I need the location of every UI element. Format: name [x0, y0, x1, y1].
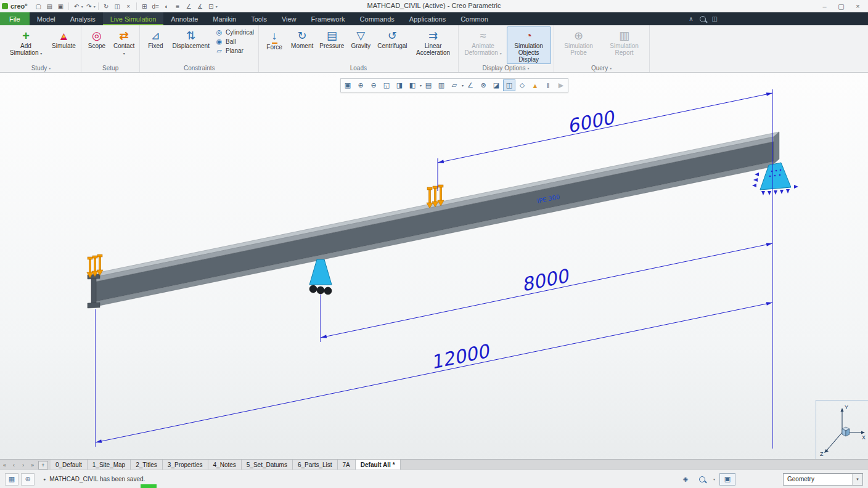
close-button[interactable]: × [850, 1, 866, 12]
last-sheet-button[interactable]: » [28, 460, 37, 470]
simulation-probe-button[interactable]: ⊕ Simulation Probe [557, 26, 601, 57]
simulation-report-button[interactable]: ▥ Simulation Report [602, 26, 647, 57]
zoom-in-icon[interactable]: ⊕ [354, 79, 367, 91]
beam-right-end-cap[interactable] [774, 132, 779, 164]
maximize-button[interactable]: ▢ [833, 1, 850, 12]
sheet-tab-6-parts-list[interactable]: 6_Parts_List [293, 460, 338, 470]
scope-button[interactable]: ◎ Scope [84, 26, 110, 51]
dimension-icon[interactable]: d= [150, 1, 161, 11]
tab-annotate[interactable]: Annotate [163, 12, 205, 25]
tab-file[interactable]: File [0, 12, 30, 25]
tab-manikin[interactable]: Manikin [205, 12, 244, 25]
pause-icon[interactable]: ‖ [542, 79, 554, 91]
sheet-tab-5-set-datums[interactable]: 5_Set_Datums [242, 460, 293, 470]
selection-buffer-icon[interactable]: ◈ [679, 474, 692, 485]
tab-common[interactable]: Common [453, 12, 496, 25]
repaint-icon[interactable]: ◨ [393, 79, 406, 91]
zoom-out-icon[interactable]: ⊖ [367, 79, 380, 91]
undo-dropdown-caret[interactable]: ▾ [81, 4, 83, 9]
contact-button[interactable]: ⇄ Contact▾ [111, 26, 137, 59]
tab-analysis[interactable]: Analysis [63, 12, 103, 25]
close-window-icon[interactable]: × [123, 1, 134, 11]
sheet-tab-3-properties[interactable]: 3_Properties [163, 460, 208, 470]
measure-icon[interactable]: ∡ [195, 1, 205, 11]
simulate-button[interactable]: ▲▲ Simulate [49, 26, 78, 51]
datum-display-filters-icon[interactable]: ▱ [448, 79, 461, 91]
dimension-text-12000[interactable]: 12000 [429, 340, 493, 373]
pressure-button[interactable]: ▤ Pressure [317, 26, 346, 51]
beam-web-face[interactable] [94, 142, 774, 302]
model-viewport[interactable]: IPE 300 [0, 73, 868, 459]
load-midspan[interactable] [427, 185, 444, 208]
group-label-query[interactable]: Query▾ [557, 63, 647, 72]
planar-button[interactable]: ▱ Planar [213, 46, 256, 55]
new-file-icon[interactable]: ▢ [33, 1, 44, 11]
tab-commands[interactable]: Commands [353, 12, 402, 25]
window-display-icon[interactable]: ▣ [719, 473, 735, 486]
dimension-labels[interactable]: 6000 8000 12000 [429, 106, 618, 373]
display-style-icon[interactable]: ◧ [406, 79, 419, 91]
datum-display-caret[interactable]: ▾ [462, 83, 464, 87]
add-sheet-button[interactable]: + [38, 461, 48, 470]
sketch-icon[interactable]: ∠ [184, 1, 194, 11]
cylindrical-button[interactable]: ◎ Cylindrical [213, 28, 256, 36]
dimension-text-6000[interactable]: 6000 [565, 106, 618, 137]
save-icon[interactable]: ▣ [55, 1, 66, 11]
screenshot-icon[interactable]: ⊡ [206, 1, 216, 11]
display-settings-icon[interactable]: ◫ [712, 15, 718, 22]
find-caret[interactable]: ▾ [713, 477, 715, 481]
previous-sheet-button[interactable]: ‹ [9, 460, 18, 470]
beam-left-end-bottom-flange[interactable] [88, 303, 100, 308]
force-button[interactable]: ↓ Force [261, 26, 287, 52]
simulate-preview-icon[interactable]: ▲ [529, 79, 541, 91]
redo-dropdown-caret[interactable]: ▾ [94, 4, 96, 9]
first-sheet-button[interactable]: « [0, 460, 9, 470]
add-simulation-button[interactable]: + Add Simulation ▾ [4, 26, 48, 59]
fixed-button[interactable]: ⊿ Fixed [142, 26, 168, 51]
clipping-icon[interactable]: ◪ [490, 79, 502, 91]
ball-button[interactable]: ◉ Ball [213, 37, 256, 46]
beam-top-flange-edge[interactable] [94, 137, 774, 282]
display-style-caret[interactable]: ▾ [420, 83, 422, 87]
beam-left-end-web[interactable] [91, 279, 96, 304]
gravity-button[interactable]: ▽ Gravity [348, 26, 374, 51]
sheet-tab-1-site-map[interactable]: 1_Site_Map [88, 460, 131, 470]
find-icon[interactable] [696, 474, 708, 485]
perspective-icon[interactable]: ◇ [516, 79, 528, 91]
sheet-tab-2-titles[interactable]: 2_Titles [131, 460, 163, 470]
tab-model[interactable]: Model [30, 12, 63, 25]
sheet-tab-7a[interactable]: 7A [338, 460, 356, 470]
centrifugal-button[interactable]: ↺ Centrifugal [375, 26, 409, 51]
appearance-icon[interactable]: ◐ [162, 1, 172, 11]
layers-icon[interactable]: ≡ [173, 1, 183, 11]
next-sheet-button[interactable]: › [18, 460, 28, 470]
animate-deformation-button[interactable]: ≈ Animate Deformation ▾ [461, 26, 506, 59]
regenerate-icon[interactable]: ↻ [101, 1, 112, 11]
search-icon[interactable] [700, 16, 706, 22]
browser-toggle-icon[interactable]: ⊕ [21, 473, 35, 486]
minimize-ribbon-icon[interactable]: ∧ [689, 15, 693, 22]
open-file-icon[interactable]: ▤ [44, 1, 55, 11]
saved-orientations-icon[interactable]: ▤ [422, 79, 435, 91]
tab-view[interactable]: View [274, 12, 304, 25]
sheet-tab-default-all[interactable]: Default All * [356, 460, 401, 470]
linear-acceleration-button[interactable]: ⇉ Linear Acceleration [411, 26, 456, 57]
zoom-window-icon[interactable]: ▣ [342, 79, 354, 91]
group-label-study[interactable]: Study▾ [4, 63, 78, 72]
selection-filter-dropdown[interactable]: Geometry ▾ [783, 473, 863, 486]
windows-icon[interactable]: ◫ [112, 1, 123, 11]
simulation-display-icon[interactable]: ◫ [503, 79, 515, 91]
datum-display-icon[interactable]: ⊞ [139, 1, 150, 11]
sheet-tab-0-default[interactable]: 0_Default [51, 460, 88, 470]
tab-tools[interactable]: Tools [244, 12, 274, 25]
dimension-text-8000[interactable]: 8000 [520, 264, 572, 295]
selection-filter-caret[interactable]: ▾ [852, 474, 862, 485]
resume-icon[interactable]: ▶ [555, 79, 567, 91]
refit-icon[interactable]: ◱ [380, 79, 393, 91]
group-label-display-options[interactable]: Display Options▾ [461, 64, 551, 72]
model-tree-toggle-icon[interactable]: ▦ [5, 473, 18, 486]
redo-icon[interactable]: ↷ [84, 1, 94, 11]
constraint-mid-support[interactable] [309, 259, 332, 295]
undo-icon[interactable]: ↶ [72, 1, 82, 11]
customize-qat-caret[interactable]: ▾ [216, 4, 218, 9]
